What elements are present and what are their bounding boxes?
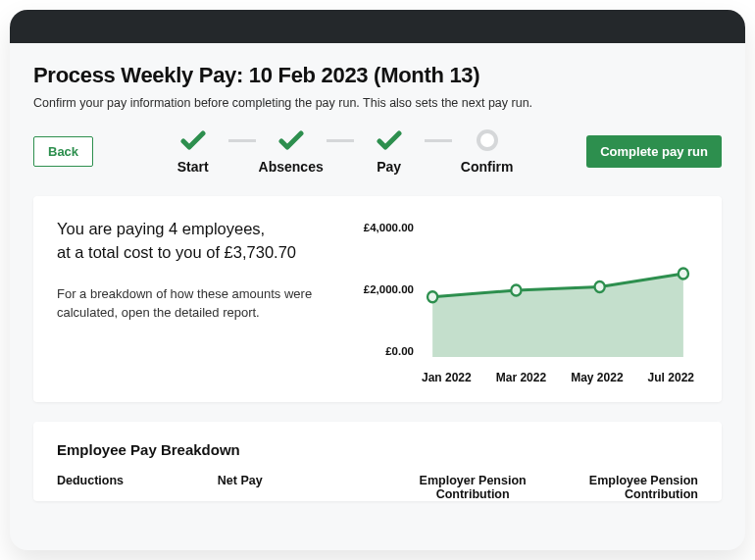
cost-chart: £4,000.00 £2,000.00 £0.00 Jan 2022 Mar 2…	[353, 218, 698, 384]
svg-point-1	[511, 285, 521, 296]
step-label: Absences	[259, 159, 324, 175]
col-net-pay: Net Pay	[124, 474, 356, 501]
y-tick: £0.00	[385, 345, 414, 357]
step-connector	[327, 139, 354, 142]
x-tick: Jan 2022	[422, 371, 472, 384]
back-button[interactable]: Back	[33, 136, 93, 167]
app-frame: Process Weekly Pay: 10 Feb 2023 (Month 1…	[10, 10, 745, 550]
window-topbar	[10, 10, 745, 43]
complete-pay-run-button[interactable]: Complete pay run	[586, 135, 722, 168]
page-title: Process Weekly Pay: 10 Feb 2023 (Month 1…	[33, 63, 722, 88]
toolbar: Back Start Absences	[33, 127, 722, 175]
y-tick: £2,000.00	[364, 283, 414, 295]
summary-line-2: at a total cost to you of £3,730.70	[57, 241, 341, 265]
step-label: Pay	[377, 159, 401, 175]
page-subtitle: Confirm your pay information before comp…	[33, 96, 722, 110]
col-employee-pension: Employee PensionContribution	[589, 474, 698, 501]
check-icon	[180, 127, 206, 153]
summary-card: You are paying 4 employees, at a total c…	[33, 196, 722, 402]
step-connector	[228, 139, 256, 142]
step-confirm[interactable]: Confirm	[452, 127, 523, 175]
x-tick: May 2022	[571, 371, 623, 384]
step-absences[interactable]: Absences	[256, 127, 327, 175]
summary-line-1: You are paying 4 employees,	[57, 218, 341, 241]
check-icon	[377, 127, 402, 153]
breakdown-title: Employee Pay Breakdown	[57, 441, 698, 458]
chart-plot	[422, 224, 694, 357]
col-employer-pension: Employer PensionContribution	[356, 474, 588, 501]
chart-x-labels: Jan 2022 Mar 2022 May 2022 Jul 2022	[422, 371, 694, 384]
breakdown-card: Employee Pay Breakdown Deductions Net Pa…	[33, 422, 722, 501]
step-start[interactable]: Start	[158, 127, 228, 175]
circle-icon	[477, 127, 498, 153]
breakdown-columns: Deductions Net Pay Employer PensionContr…	[57, 474, 698, 501]
svg-point-3	[679, 269, 688, 280]
x-tick: Mar 2022	[496, 371, 546, 384]
step-pay[interactable]: Pay	[354, 127, 425, 175]
chart-y-labels: £4,000.00 £2,000.00 £0.00	[353, 222, 414, 357]
step-label: Confirm	[461, 159, 514, 175]
x-tick: Jul 2022	[648, 371, 694, 384]
y-tick: £4,000.00	[364, 222, 414, 233]
page-content: Process Weekly Pay: 10 Feb 2023 (Month 1…	[10, 43, 745, 501]
svg-point-2	[595, 281, 605, 292]
summary-help: For a breakdown of how these amounts wer…	[57, 284, 341, 323]
svg-point-0	[428, 291, 437, 302]
step-label: Start	[177, 159, 209, 175]
col-deductions: Deductions	[57, 474, 124, 501]
progress-steps: Start Absences Pay	[158, 127, 523, 175]
summary-text: You are paying 4 employees, at a total c…	[57, 218, 341, 384]
check-icon	[278, 127, 304, 153]
step-connector	[425, 139, 452, 142]
